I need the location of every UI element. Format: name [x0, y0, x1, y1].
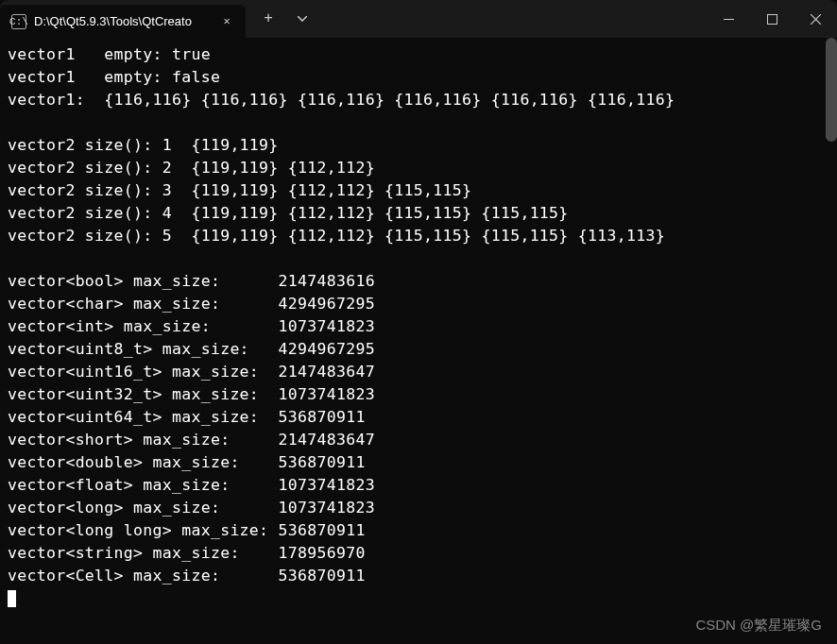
- maximize-button[interactable]: [750, 0, 794, 38]
- output-line: vector2 size(): 1 {119,119}: [8, 134, 829, 157]
- output-line: vector<long> max_size: 1073741823: [8, 497, 829, 519]
- terminal-cursor: [8, 590, 16, 607]
- output-line: vector2 size(): 4 {119,119} {112,112} {1…: [8, 202, 829, 225]
- tab-close-button[interactable]: ✕: [219, 14, 234, 29]
- output-line: vector<short> max_size: 2147483647: [8, 429, 829, 451]
- output-line: vector<string> max_size: 178956970: [8, 542, 829, 565]
- output-line: vector<uint32_t> max_size: 1073741823: [8, 383, 829, 406]
- vertical-scrollbar[interactable]: [826, 38, 837, 142]
- minimize-button[interactable]: [707, 0, 750, 38]
- close-icon: [811, 14, 821, 25]
- output-line: vector1 empty: false: [8, 66, 829, 89]
- output-line: vector<Cell> max_size: 536870911: [8, 565, 829, 587]
- tab-title: D:\Qt\Qt5.9.3\Tools\QtCreato: [34, 14, 212, 28]
- output-line: vector<double> max_size: 536870911: [8, 451, 829, 474]
- output-line: vector2 size(): 2 {119,119} {112,112}: [8, 157, 829, 179]
- svg-rect-0: [724, 19, 734, 20]
- output-line: vector1: {116,116} {116,116} {116,116} {…: [8, 89, 829, 111]
- terminal-output: vector1 empty: truevector1 empty: falsev…: [0, 38, 837, 616]
- watermark-text: CSDN @繁星璀璨G: [695, 617, 822, 635]
- output-line: vector2 size(): 3 {119,119} {112,112} {1…: [8, 179, 829, 202]
- titlebar: C:\ D:\Qt\Qt5.9.3\Tools\QtCreato ✕ +: [0, 0, 837, 38]
- output-blank: [8, 247, 829, 270]
- output-line: vector<int> max_size: 1073741823: [8, 315, 829, 338]
- output-line: vector<uint64_t> max_size: 536870911: [8, 406, 829, 429]
- output-line: vector<long long> max_size: 536870911: [8, 519, 829, 542]
- terminal-icon: C:\: [11, 14, 26, 29]
- new-tab-button[interactable]: +: [251, 2, 285, 36]
- tab-dropdown-button[interactable]: [285, 2, 319, 36]
- output-line: vector<bool> max_size: 2147483616: [8, 270, 829, 293]
- chevron-down-icon: [298, 16, 307, 22]
- output-line: vector1 empty: true: [8, 43, 829, 66]
- maximize-icon: [767, 14, 777, 25]
- output-blank: [8, 111, 829, 134]
- minimize-icon: [724, 19, 734, 20]
- active-tab[interactable]: C:\ D:\Qt\Qt5.9.3\Tools\QtCreato ✕: [0, 5, 246, 38]
- output-line: vector<char> max_size: 4294967295: [8, 293, 829, 315]
- window-controls: [707, 0, 837, 38]
- output-line: vector2 size(): 5 {119,119} {112,112} {1…: [8, 225, 829, 247]
- output-line: vector<uint8_t> max_size: 4294967295: [8, 338, 829, 361]
- svg-rect-1: [767, 14, 777, 24]
- output-line: vector<float> max_size: 1073741823: [8, 474, 829, 497]
- close-button[interactable]: [794, 0, 837, 38]
- output-line: vector<uint16_t> max_size: 2147483647: [8, 361, 829, 383]
